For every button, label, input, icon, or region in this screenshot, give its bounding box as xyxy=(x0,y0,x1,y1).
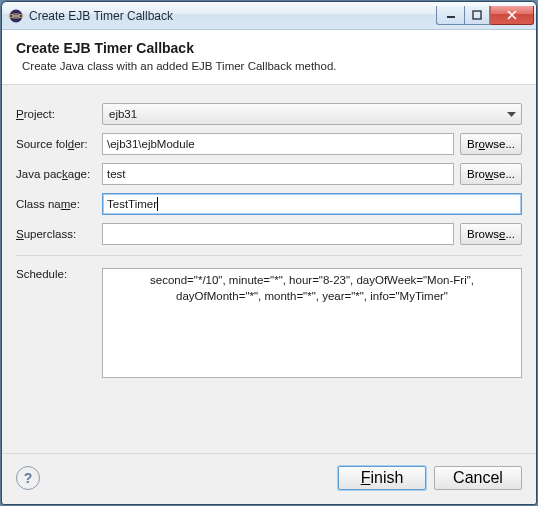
page-subtitle: Create Java class with an added EJB Time… xyxy=(22,60,522,72)
divider xyxy=(16,255,522,256)
window-buttons xyxy=(436,6,534,25)
dialog-footer: ? Finish Cancel xyxy=(2,453,536,504)
class-name-input[interactable]: TestTimer xyxy=(102,193,522,215)
finish-button[interactable]: Finish xyxy=(338,466,426,490)
svg-rect-2 xyxy=(447,16,455,18)
superclass-row: Superclass: Browse... xyxy=(16,223,522,245)
source-folder-browse-button[interactable]: Browse... xyxy=(460,133,522,155)
source-folder-input[interactable] xyxy=(102,133,454,155)
eclipse-icon xyxy=(8,8,24,24)
java-package-label: Java package: xyxy=(16,168,102,180)
minimize-button[interactable] xyxy=(436,6,464,25)
superclass-label: Superclass: xyxy=(16,228,102,240)
source-folder-row: Source folder: Browse... xyxy=(16,133,522,155)
schedule-textarea[interactable]: second="*/10", minute="*", hour="8-23", … xyxy=(102,268,522,378)
project-label: Project: xyxy=(16,108,102,120)
java-package-browse-button[interactable]: Browse... xyxy=(460,163,522,185)
dialog-header: Create EJB Timer Callback Create Java cl… xyxy=(2,30,536,85)
class-name-row: Class name: TestTimer xyxy=(16,193,522,215)
svg-rect-3 xyxy=(473,11,481,19)
titlebar[interactable]: Create EJB Timer Callback xyxy=(2,2,536,30)
superclass-input[interactable] xyxy=(102,223,454,245)
project-select-value: ejb31 xyxy=(109,108,137,120)
java-package-row: Java package: Browse... xyxy=(16,163,522,185)
help-icon: ? xyxy=(24,470,33,486)
source-folder-label: Source folder: xyxy=(16,138,102,150)
window-title: Create EJB Timer Callback xyxy=(29,9,436,23)
schedule-row: Schedule: second="*/10", minute="*", hou… xyxy=(16,268,522,380)
class-name-label: Class name: xyxy=(16,198,102,210)
project-row: Project: ejb31 xyxy=(16,103,522,125)
dialog-window: Create EJB Timer Callback Create EJB Tim… xyxy=(1,1,537,505)
java-package-input[interactable] xyxy=(102,163,454,185)
maximize-button[interactable] xyxy=(464,6,490,25)
superclass-browse-button[interactable]: Browse... xyxy=(460,223,522,245)
project-select[interactable]: ejb31 xyxy=(102,103,522,125)
cancel-button[interactable]: Cancel xyxy=(434,466,522,490)
help-button[interactable]: ? xyxy=(16,466,40,490)
page-title: Create EJB Timer Callback xyxy=(16,40,522,56)
close-button[interactable] xyxy=(490,6,534,25)
schedule-label: Schedule: xyxy=(16,268,102,280)
class-name-value: TestTimer xyxy=(107,198,157,210)
text-caret-icon xyxy=(157,197,158,211)
dialog-body: Project: ejb31 Source folder: Browse... … xyxy=(2,85,536,453)
